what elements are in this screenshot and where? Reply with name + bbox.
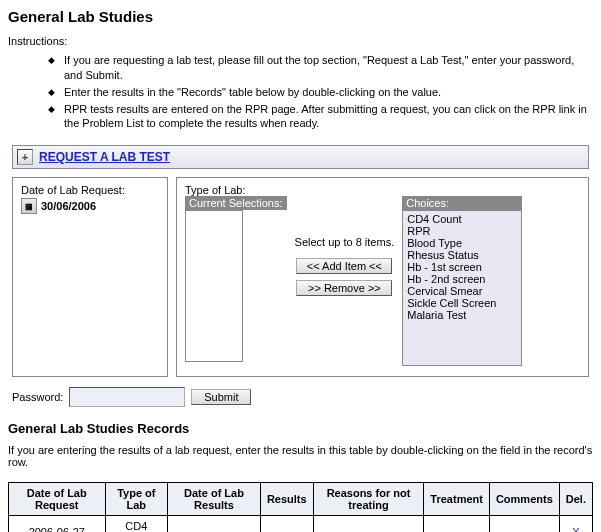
- request-lab-test-link[interactable]: REQUEST A LAB TEST: [39, 150, 170, 164]
- col-comments: Comments: [489, 483, 559, 516]
- choice-item[interactable]: Sickle Cell Screen: [407, 297, 517, 309]
- submit-button[interactable]: Submit: [191, 389, 251, 405]
- page-title: General Lab Studies: [8, 8, 593, 25]
- cell-treatment[interactable]: [424, 516, 490, 532]
- cell-results[interactable]: [260, 516, 313, 532]
- instruction-item: Enter the results in the "Records" table…: [48, 85, 593, 100]
- choice-item[interactable]: Hb - 1st screen: [407, 261, 517, 273]
- remove-item-button[interactable]: >> Remove >>: [296, 280, 392, 296]
- instruction-item: RPR tests results are entered on the RPR…: [48, 102, 593, 132]
- type-of-lab-label: Type of Lab:: [185, 184, 580, 196]
- choice-item[interactable]: Hb - 2nd screen: [407, 273, 517, 285]
- records-description: If you are entering the results of a lab…: [8, 444, 593, 468]
- col-results: Results: [260, 483, 313, 516]
- choice-item[interactable]: CD4 Count: [407, 213, 517, 225]
- col-type: Type of Lab: [105, 483, 167, 516]
- password-label: Password:: [12, 391, 63, 403]
- choices-header: Choices:: [402, 196, 522, 210]
- request-lab-test-header[interactable]: + REQUEST A LAB TEST: [12, 145, 589, 169]
- table-row: 2006-06-27 CD4 Count X: [9, 516, 593, 532]
- records-table: Date of Lab Request Type of Lab Date of …: [8, 482, 593, 532]
- choice-item[interactable]: Rhesus Status: [407, 249, 517, 261]
- instructions-label: Instructions:: [8, 35, 593, 47]
- cell-date-results[interactable]: [168, 516, 261, 532]
- current-selections-list[interactable]: [185, 210, 243, 362]
- delete-row-link[interactable]: X: [572, 526, 579, 532]
- password-input[interactable]: [69, 387, 185, 407]
- choices-list[interactable]: CD4 Count RPR Blood Type Rhesus Status H…: [402, 210, 522, 366]
- cell-comments[interactable]: [489, 516, 559, 532]
- col-treatment: Treatment: [424, 483, 490, 516]
- type-of-lab-panel: Type of Lab: Current Selections: Select …: [176, 177, 589, 377]
- col-delete: Del.: [559, 483, 592, 516]
- current-selections-header: Current Selections:: [185, 196, 287, 210]
- date-request-label: Date of Lab Request:: [21, 184, 159, 196]
- add-item-button[interactable]: << Add Item <<: [296, 258, 392, 274]
- cell-date-request[interactable]: 2006-06-27: [9, 516, 106, 532]
- choice-item[interactable]: Cervical Smear: [407, 285, 517, 297]
- instructions-list: If you are requesting a lab test, please…: [8, 53, 593, 131]
- col-date-request: Date of Lab Request: [9, 483, 106, 516]
- choice-item[interactable]: Blood Type: [407, 237, 517, 249]
- date-of-request-panel: Date of Lab Request: ▦ 30/06/2006: [12, 177, 168, 377]
- cell-type[interactable]: CD4 Count: [105, 516, 167, 532]
- col-date-results: Date of Lab Results: [168, 483, 261, 516]
- calendar-icon[interactable]: ▦: [21, 198, 37, 214]
- instruction-item: If you are requesting a lab test, please…: [48, 53, 593, 83]
- cell-reasons[interactable]: [313, 516, 424, 532]
- col-reasons: Reasons for not treating: [313, 483, 424, 516]
- choice-item[interactable]: RPR: [407, 225, 517, 237]
- expand-toggle-icon[interactable]: +: [17, 149, 33, 165]
- select-hint: Select up to 8 items.: [295, 236, 395, 248]
- records-title: General Lab Studies Records: [8, 421, 593, 436]
- date-request-value: 30/06/2006: [41, 200, 96, 212]
- choice-item[interactable]: Malaria Test: [407, 309, 517, 321]
